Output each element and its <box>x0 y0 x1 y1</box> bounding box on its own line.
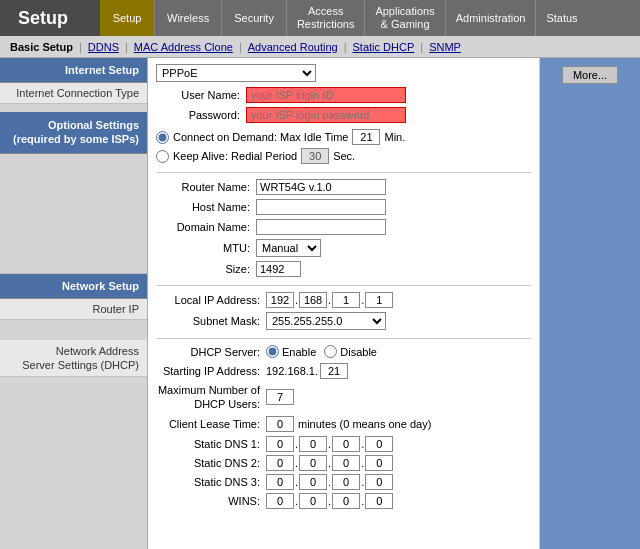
more-panel: More... <box>540 58 640 549</box>
wins-4[interactable] <box>365 493 393 509</box>
max-dhcp-row: Maximum Number ofDHCP Users: <box>156 383 531 412</box>
sidebar-item-network-address: Network AddressServer Settings (DHCP) <box>0 340 147 378</box>
tab-security[interactable]: Security <box>222 0 287 36</box>
password-label: Password: <box>156 109 246 121</box>
dns2-2[interactable] <box>299 455 327 471</box>
local-ip-group: . . . <box>266 292 393 308</box>
tab-status[interactable]: Status <box>536 0 587 36</box>
client-lease-unit: minutes (0 means one day) <box>298 418 431 430</box>
sub-nav-mac-address-clone[interactable]: MAC Address Clone <box>128 41 239 53</box>
mtu-select[interactable]: Manual Auto <box>256 239 321 257</box>
sub-nav-advanced-routing[interactable]: Advanced Routing <box>242 41 344 53</box>
password-input[interactable] <box>246 107 406 123</box>
host-name-label: Host Name: <box>156 201 256 213</box>
tab-access-restrictions[interactable]: AccessRestrictions <box>287 0 365 36</box>
keep-alive-value[interactable] <box>301 148 329 164</box>
router-name-input[interactable] <box>256 179 386 195</box>
size-input[interactable] <box>256 261 301 277</box>
sidebar: Internet Setup Internet Connection Type … <box>0 58 148 549</box>
dns1-4[interactable] <box>365 436 393 452</box>
max-dhcp-label: Maximum Number ofDHCP Users: <box>156 383 266 412</box>
local-ip-2[interactable] <box>299 292 327 308</box>
dns3-1[interactable] <box>266 474 294 490</box>
client-lease-row: Client Lease Time: minutes (0 means one … <box>156 416 531 432</box>
dns1-3[interactable] <box>332 436 360 452</box>
client-lease-input[interactable] <box>266 416 294 432</box>
dns2-3[interactable] <box>332 455 360 471</box>
content-area: PPPoE DHCP Static IP L2TP PPTP User Name… <box>148 58 540 549</box>
username-input[interactable] <box>246 87 406 103</box>
starting-ip-row: Starting IP Address: 192.168.1. <box>156 363 531 379</box>
wins-row: WINS: . . . <box>156 493 531 509</box>
dns3-3[interactable] <box>332 474 360 490</box>
static-dns2-row: Static DNS 2: . . . <box>156 455 531 471</box>
starting-ip-suffix[interactable] <box>320 363 348 379</box>
sidebar-section-optional-settings: Optional Settings(required by some ISPs) <box>0 112 147 154</box>
wins-1[interactable] <box>266 493 294 509</box>
dhcp-disable-label[interactable]: Disable <box>324 345 377 358</box>
local-ip-3[interactable] <box>332 292 360 308</box>
domain-name-row: Domain Name: <box>156 219 531 235</box>
starting-ip-label: Starting IP Address: <box>156 365 266 377</box>
main-layout: Internet Setup Internet Connection Type … <box>0 58 640 549</box>
local-ip-row: Local IP Address: . . . <box>156 292 531 308</box>
domain-name-label: Domain Name: <box>156 221 256 233</box>
dns3-4[interactable] <box>365 474 393 490</box>
domain-name-input[interactable] <box>256 219 386 235</box>
max-dhcp-input[interactable] <box>266 389 294 405</box>
connect-demand-value[interactable] <box>352 129 380 145</box>
connect-demand-unit: Min. <box>384 131 405 143</box>
static-dns1-label: Static DNS 1: <box>156 438 266 450</box>
tab-setup[interactable]: Setup <box>100 0 155 36</box>
tab-administration[interactable]: Administration <box>446 0 537 36</box>
subnet-mask-label: Subnet Mask: <box>156 315 266 327</box>
keep-alive-radio[interactable] <box>156 150 169 163</box>
dns3-2[interactable] <box>299 474 327 490</box>
size-row: Size: <box>156 261 531 277</box>
dns1-1[interactable] <box>266 436 294 452</box>
static-dns2-label: Static DNS 2: <box>156 457 266 469</box>
static-dns3-row: Static DNS 3: . . . <box>156 474 531 490</box>
local-ip-label: Local IP Address: <box>156 294 266 306</box>
sidebar-item-router-ip: Router IP <box>0 299 147 320</box>
dns2-1[interactable] <box>266 455 294 471</box>
sub-nav-snmp[interactable]: SNMP <box>423 41 467 53</box>
tab-applications-gaming[interactable]: Applications& Gaming <box>365 0 445 36</box>
tab-wireless[interactable]: Wireless <box>155 0 222 36</box>
sub-nav-static-dhcp[interactable]: Static DHCP <box>347 41 421 53</box>
nav-tabs: Setup Wireless Security AccessRestrictio… <box>100 0 640 36</box>
username-label: User Name: <box>156 89 246 101</box>
wins-2[interactable] <box>299 493 327 509</box>
dhcp-enable-radio[interactable] <box>266 345 279 358</box>
password-row: Password: <box>156 107 531 123</box>
local-ip-4[interactable] <box>365 292 393 308</box>
mtu-label: MTU: <box>156 242 256 254</box>
dhcp-server-row: DHCP Server: Enable Disable <box>156 345 531 358</box>
keep-alive-label: Keep Alive: Redial Period <box>173 150 297 162</box>
sub-nav-basic-setup[interactable]: Basic Setup <box>4 41 79 53</box>
host-name-input[interactable] <box>256 199 386 215</box>
dns1-2[interactable] <box>299 436 327 452</box>
dhcp-server-label: DHCP Server: <box>156 346 266 358</box>
dns2-4[interactable] <box>365 455 393 471</box>
local-ip-1[interactable] <box>266 292 294 308</box>
keep-alive-row: Keep Alive: Redial Period Sec. <box>156 148 531 164</box>
more-button[interactable]: More... <box>562 66 618 84</box>
static-dns1-row: Static DNS 1: . . . <box>156 436 531 452</box>
connect-demand-radio[interactable] <box>156 131 169 144</box>
wins-3[interactable] <box>332 493 360 509</box>
sub-nav-ddns[interactable]: DDNS <box>82 41 125 53</box>
sidebar-section-internet-setup: Internet Setup <box>0 58 147 83</box>
connection-type-row: PPPoE DHCP Static IP L2TP PPTP <box>156 64 531 82</box>
router-name-label: Router Name: <box>156 181 256 193</box>
dhcp-enable-label[interactable]: Enable <box>266 345 316 358</box>
sub-nav: Basic Setup | DDNS | MAC Address Clone |… <box>0 36 640 58</box>
subnet-mask-row: Subnet Mask: 255.255.255.0 255.255.0.0 2… <box>156 312 531 330</box>
connection-type-select[interactable]: PPPoE DHCP Static IP L2TP PPTP <box>156 64 316 82</box>
sidebar-section-network-setup: Network Setup <box>0 274 147 299</box>
top-header: Setup Setup Wireless Security AccessRest… <box>0 0 640 36</box>
keep-alive-unit: Sec. <box>333 150 355 162</box>
dhcp-disable-radio[interactable] <box>324 345 337 358</box>
setup-title: Setup <box>0 0 100 36</box>
subnet-mask-select[interactable]: 255.255.255.0 255.255.0.0 255.0.0.0 <box>266 312 386 330</box>
